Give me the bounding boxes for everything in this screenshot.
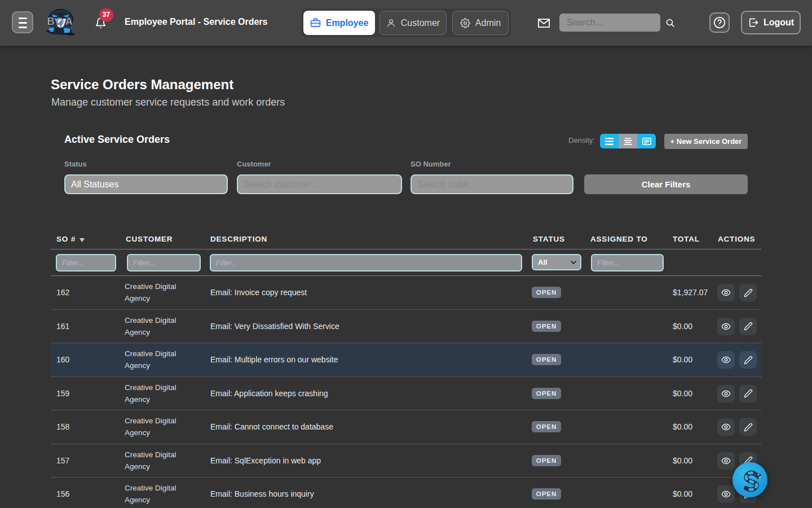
svg-text:A: A [65,15,73,27]
svg-text:B: B [47,15,55,27]
svg-text:O: O [56,15,64,27]
